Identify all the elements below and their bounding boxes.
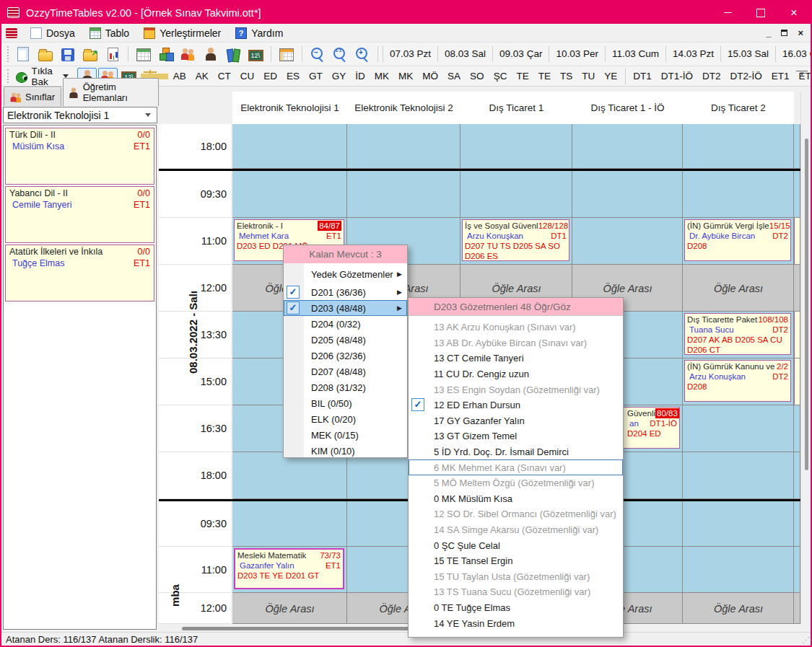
toolbar-grip[interactable] (7, 46, 9, 62)
export-folder-button[interactable] (80, 44, 100, 64)
filter-code-button[interactable]: ES (282, 69, 305, 83)
context-menu-item[interactable]: KIM (0/10) (284, 443, 407, 459)
context-menu-item[interactable]: D206 (32/36) (284, 348, 407, 364)
timetable-slot[interactable] (683, 171, 794, 218)
zoom-in-button[interactable]: + (352, 44, 372, 64)
resize-grip[interactable]: ⋰ (802, 635, 809, 645)
filter-code-button[interactable]: SO (466, 69, 489, 83)
exam-card[interactable]: Dış Ticarette Paket108/108Tuana SucuDT2D… (684, 313, 791, 355)
books-button[interactable] (223, 44, 243, 64)
filter-code-button[interactable]: AK (191, 69, 213, 83)
proctor-menu-item[interactable]: 13 ES Engin Soydan (Gözetmenliği var) (409, 382, 623, 397)
timetable-slot[interactable] (232, 547, 347, 593)
timetable-slot[interactable] (347, 124, 460, 169)
filter-group-button[interactable]: DT1 (629, 69, 657, 83)
filter-code-button[interactable]: SA (443, 69, 466, 83)
proctor-menu-item[interactable]: 13 GT Gizem Temel (409, 428, 623, 444)
filter-group-button[interactable]: DT1-İÖ (656, 69, 697, 83)
context-menu-item[interactable]: MEK (0/15) (284, 427, 407, 443)
new-file-button[interactable] (13, 44, 33, 64)
checkbox-checked-icon[interactable]: ✓ (287, 286, 300, 299)
date-button[interactable]: 11.03 Cum (605, 46, 665, 62)
timetable-slot[interactable] (232, 593, 347, 624)
timetable-slot[interactable] (572, 124, 683, 169)
menu-tablo[interactable]: Tablo (82, 25, 136, 41)
timetable-slot[interactable] (232, 124, 347, 169)
timetable-slot[interactable] (683, 312, 794, 358)
filter-code-button[interactable]: MÖ (418, 69, 443, 83)
proctor-menu-item[interactable]: 14 YE Yasin Erdem (409, 615, 623, 631)
vertical-scrollbar[interactable] (800, 92, 811, 624)
course-card[interactable]: Yabancı Dil - II0/0Cemile TanyeriET1 (5, 186, 154, 243)
filter-code-button[interactable]: ED (259, 69, 282, 83)
timetable-slot[interactable] (683, 265, 794, 312)
filter-code-button[interactable]: TE (512, 69, 533, 83)
proctor-menu-item[interactable]: 13 CT Cemile Tanyeri (409, 351, 623, 366)
filter-code-button[interactable]: GT (305, 69, 328, 83)
menu-yardım[interactable]: ?Yardım (228, 25, 290, 41)
proctor-menu-item[interactable]: 15 TE Tansel Ergin (409, 553, 623, 569)
timetable-slot[interactable] (683, 124, 794, 169)
zoom-actual-button[interactable]: 1:1 (330, 44, 350, 64)
filter-code-button[interactable]: CT (213, 69, 235, 83)
filter-code-button[interactable]: CU (235, 69, 259, 83)
date-button[interactable]: 16.03 Çar (775, 46, 812, 62)
save-button[interactable] (58, 44, 78, 64)
minimize-button[interactable] (711, 1, 744, 24)
context-menu-item[interactable]: D205 (48/48) (284, 332, 407, 348)
course-card[interactable]: Türk Dili - II0/0Müslüm KısaET1 (5, 128, 154, 185)
menu-dosya[interactable]: Dosya (23, 25, 82, 41)
timetable-slot[interactable] (683, 405, 794, 452)
filter-group-button[interactable]: DT2-İÖ (725, 69, 767, 83)
filter-code-button[interactable]: GY (327, 69, 351, 83)
proctor-menu-item[interactable]: 5 MÖ Meltem Özgü (Gözetmenliği var) (409, 475, 623, 491)
filter-code-button[interactable]: İD (351, 69, 370, 83)
blocks-button[interactable] (156, 44, 176, 64)
proctor-menu-item[interactable]: 0 TE Tuğçe Elmas (409, 600, 623, 616)
menu-yerleştirmeler[interactable]: Yerleştirmeler (136, 25, 228, 41)
timetable-slot[interactable] (460, 171, 572, 218)
filter-code-button[interactable]: AB (168, 69, 191, 83)
class-selector-dropdown[interactable]: Elektronik Teknolojisi 1 (3, 107, 157, 123)
proctor-menu-item[interactable]: 11 CU Dr. Cengiz uzun (409, 366, 623, 382)
context-menu-item[interactable]: D204 (0/32) (284, 316, 407, 332)
context-menu-item[interactable]: D207 (48/48) (284, 364, 407, 379)
timetable-slot[interactable] (460, 124, 572, 169)
course-card[interactable]: Atatürk İlkeleri ve İnkıla0/0Tuğçe Elmas… (5, 245, 154, 302)
proctor-menu-item[interactable]: 15 TU Taylan Usta (Gözetmenliği var) (409, 569, 623, 585)
date-button[interactable]: 10.03 Per (549, 46, 605, 62)
proctor-menu-item[interactable]: 17 GY Gazanfer Yalın (409, 413, 623, 429)
context-menu-item[interactable]: Yedek Gözetmenler▶ (284, 266, 407, 282)
timetable-slot[interactable] (572, 171, 683, 218)
timetable-slot[interactable] (347, 171, 460, 218)
context-menu-item[interactable]: ✓D203 (48/48)▶ (284, 300, 407, 316)
checkbox-checked-icon[interactable]: ✓ (411, 398, 424, 411)
proctor-menu-item[interactable]: 13 TS Tuana Sucu (Gözetmenliği var) (409, 584, 623, 600)
close-button[interactable]: × (777, 1, 811, 24)
toolbar-overflow-button[interactable]: ▾ (796, 71, 808, 82)
timetable-slot[interactable] (683, 358, 794, 405)
proctor-menu-item[interactable]: 13 AB Dr. Aybüke Bircan (Sınavı var) (409, 335, 623, 351)
filter-code-button[interactable]: MK (394, 69, 418, 83)
date-button[interactable]: 08.03 Sal (437, 46, 492, 62)
exam-card[interactable]: (İN) Gümrük Vergi İşle15/15Dr. Aybüke Bi… (684, 219, 791, 261)
filter-code-button[interactable]: MK (370, 69, 393, 83)
checkbox-checked-icon[interactable]: ✓ (287, 302, 300, 314)
context-menu-item[interactable]: ELK (0/20) (284, 411, 407, 427)
timetable-slot[interactable] (232, 171, 347, 218)
open-folder-button[interactable] (35, 44, 56, 64)
filter-code-button[interactable]: ŞC (489, 69, 512, 83)
timetable-slot[interactable] (683, 452, 794, 499)
proctor-menu-item[interactable]: 13 AK Arzu Konuşkan (Sınavı var) (409, 320, 623, 335)
report-button[interactable] (102, 44, 123, 64)
maximize-button[interactable] (744, 1, 777, 24)
date-button[interactable]: 09.03 Çar (492, 46, 549, 62)
proctor-menu-item[interactable]: 0 ŞC Şule Celal (409, 537, 623, 553)
filter-group-button[interactable]: DT2 (697, 69, 725, 83)
filter-code-button[interactable]: YE (600, 69, 622, 83)
exam-card[interactable]: Mesleki Matematik73/73Gazanfer YalınET1D… (234, 548, 344, 589)
proctor-menu-item[interactable]: ✓12 ED Erhan Dursun (409, 397, 623, 413)
filter-code-button[interactable]: TE (533, 69, 555, 83)
zoom-out-button[interactable]: − (307, 44, 328, 64)
date-button[interactable]: 15.03 Sal (720, 46, 775, 62)
